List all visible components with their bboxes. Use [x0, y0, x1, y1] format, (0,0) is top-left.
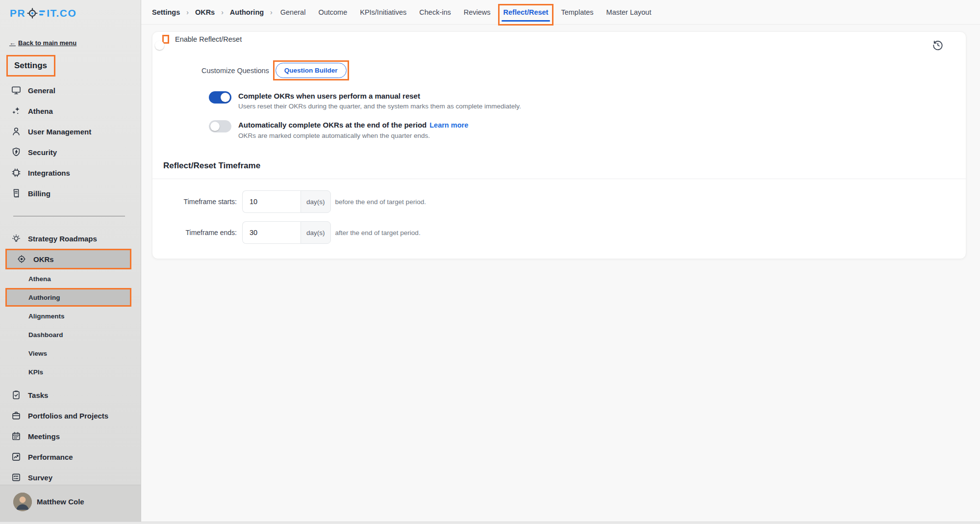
history-icon[interactable]	[931, 39, 944, 52]
annotation-box: Question Builder	[273, 60, 349, 80]
monitor-icon	[11, 85, 22, 96]
calendar-icon	[11, 431, 22, 442]
learn-more-link[interactable]: Learn more	[429, 121, 468, 129]
main-area: Settings › OKRs › Authoring › General Ou…	[141, 0, 980, 524]
tab-kpis-initiatives[interactable]: KPIs/Initiatives	[360, 8, 406, 16]
tab-outcome[interactable]: Outcome	[318, 8, 347, 16]
timeframe-ends-input[interactable]	[242, 221, 301, 244]
timeframe-ends-label: Timeframe ends:	[152, 229, 237, 236]
sidebar-item-meetings[interactable]: Meetings	[0, 426, 141, 446]
user-icon	[11, 126, 22, 137]
enable-reflect-reset-label: Enable Reflect/Reset	[175, 35, 242, 43]
sidebar-item-athena[interactable]: Athena	[0, 101, 141, 121]
sidebar-group-okrs: Strategy Roadmaps OKRs Athena Authoring …	[0, 228, 141, 381]
timeframe-ends-row: Timeframe ends: day(s) after the end of …	[152, 221, 966, 244]
tab-reflect-reset[interactable]: Reflect/Reset	[503, 8, 549, 16]
enable-reflect-reset-row: Enable Reflect/Reset	[162, 35, 242, 44]
sidebar-subitem-views[interactable]: Views	[0, 344, 141, 363]
chip-icon	[11, 167, 22, 178]
chevron-separator-icon: ›	[270, 8, 273, 16]
settings-tab-bar: General Outcome KPIs/Initiatives Check-i…	[280, 8, 652, 16]
tab-check-ins[interactable]: Check-ins	[419, 8, 451, 16]
sidebar-subitem-dashboard[interactable]: Dashboard	[0, 325, 141, 344]
sidebar-item-general[interactable]: General	[0, 80, 141, 101]
manual-reset-title: Complete OKRs when users perform a manua…	[238, 91, 521, 101]
question-builder-button[interactable]: Question Builder	[276, 63, 347, 78]
timeframe-starts-input[interactable]	[242, 190, 301, 213]
manual-reset-setting-row: Complete OKRs when users perform a manua…	[209, 91, 521, 110]
survey-list-icon	[11, 472, 22, 483]
target-logo-icon	[27, 8, 38, 19]
sidebar-item-security[interactable]: Security	[0, 142, 141, 162]
bottom-scroll-track[interactable]	[0, 522, 980, 524]
shield-icon	[11, 147, 22, 157]
reflect-reset-settings-card: Enable Reflect/Reset Customize Questions…	[152, 31, 966, 259]
logo-f-glyph	[39, 9, 46, 18]
breadcrumb-authoring[interactable]: Authoring	[230, 8, 264, 16]
timeframe-ends-unit: day(s)	[301, 221, 331, 244]
sidebar-subitem-authoring[interactable]: Authoring	[5, 288, 131, 307]
sidebar-item-tasks[interactable]: Tasks	[0, 385, 141, 405]
chevron-separator-icon: ›	[221, 8, 224, 16]
customize-questions-label: Customize Questions	[201, 67, 269, 75]
tab-templates[interactable]: Templates	[561, 8, 593, 16]
sidebar-item-billing[interactable]: Billing	[0, 183, 141, 204]
top-navigation-bar: Settings › OKRs › Authoring › General Ou…	[141, 0, 980, 25]
tab-master-layout[interactable]: Master Layout	[606, 8, 652, 16]
sidebar-divider	[13, 216, 125, 216]
timeframe-starts-row: Timeframe starts: day(s) before the end …	[152, 190, 966, 213]
timeframe-ends-suffix: after the end of target period.	[335, 229, 421, 236]
sidebar-group-modules: Tasks Portfolios and Projects Meetings P…	[0, 385, 141, 488]
timeframe-starts-label: Timeframe starts:	[152, 198, 237, 206]
timeframe-starts-unit: day(s)	[301, 190, 331, 213]
user-profile-strip[interactable]: Matthew Cole	[0, 485, 141, 524]
sidebar-subitem-athena[interactable]: Athena	[0, 269, 141, 288]
target-icon	[16, 254, 27, 264]
sidebar: PR IT.CO ← Back to main menu Settings	[0, 0, 141, 524]
back-arrow-icon: ←	[9, 39, 16, 47]
breadcrumb-settings[interactable]: Settings	[152, 8, 180, 16]
chart-icon	[11, 451, 22, 462]
auto-complete-toggle[interactable]	[209, 120, 231, 132]
profit-co-logo: PR IT.CO	[10, 7, 76, 19]
sidebar-settings-title: Settings	[6, 55, 55, 77]
lightbulb-icon	[11, 233, 22, 244]
breadcrumb: Settings › OKRs › Authoring ›	[152, 8, 273, 16]
auto-complete-setting-row: Automatically complete OKRs at the end o…	[209, 120, 468, 140]
breadcrumb-okrs[interactable]: OKRs	[195, 8, 215, 16]
timeframe-section-heading: Reflect/Reset Timeframe	[163, 161, 260, 171]
timeframe-starts-suffix: before the end of target period.	[335, 198, 426, 206]
tab-reviews[interactable]: Reviews	[464, 8, 491, 16]
avatar	[13, 493, 32, 511]
logo-text-left: PR	[10, 7, 25, 19]
sidebar-item-portfolios-projects[interactable]: Portfolios and Projects	[0, 405, 141, 426]
user-name: Matthew Cole	[37, 498, 84, 506]
section-divider	[152, 179, 966, 179]
clipboard-check-icon	[11, 390, 22, 400]
chevron-separator-icon: ›	[186, 8, 189, 16]
receipt-icon	[11, 188, 22, 199]
sidebar-item-user-management[interactable]: User Management	[0, 121, 141, 142]
sidebar-item-performance[interactable]: Performance	[0, 446, 141, 467]
sparkles-icon	[11, 105, 22, 116]
customize-questions-row: Customize Questions Question Builder	[201, 60, 349, 80]
auto-complete-title: Automatically complete OKRs at the end o…	[238, 120, 468, 130]
tab-general[interactable]: General	[280, 8, 306, 16]
logo-text-right: IT.CO	[47, 7, 76, 19]
briefcase-icon	[11, 410, 22, 421]
sidebar-item-okrs[interactable]: OKRs	[5, 249, 131, 269]
manual-reset-toggle[interactable]	[209, 91, 231, 104]
sidebar-group-admin: General Athena User Management Security …	[0, 80, 141, 204]
manual-reset-description: Users reset their OKRs during the quarte…	[238, 102, 521, 110]
back-to-main-menu-link[interactable]: ← Back to main menu	[9, 39, 76, 47]
auto-complete-description: OKRs are marked complete automatically w…	[238, 131, 468, 140]
sidebar-item-integrations[interactable]: Integrations	[0, 162, 141, 183]
sidebar-item-strategy-roadmaps[interactable]: Strategy Roadmaps	[0, 228, 141, 249]
sidebar-subitem-kpis[interactable]: KPIs	[0, 363, 141, 381]
sidebar-subitem-alignments[interactable]: Alignments	[0, 307, 141, 325]
annotation-box	[162, 35, 169, 44]
